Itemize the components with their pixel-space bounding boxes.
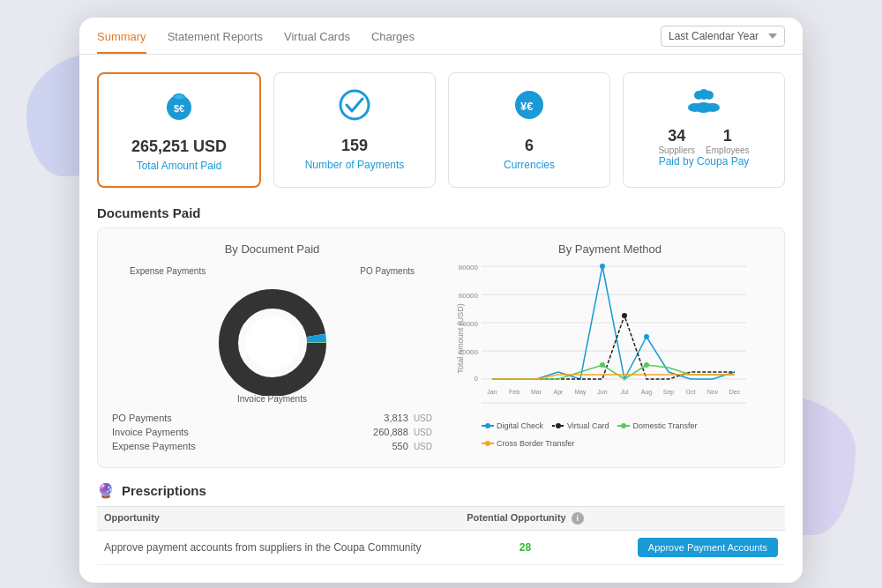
cross-border-label: Cross Border Transfer (497, 439, 575, 448)
charts-section: By Document Paid Expense Payments PO Pay… (97, 227, 785, 468)
presc-opportunity-text: Approve payment accounts from suppliers … (104, 541, 441, 554)
legend-virtual-card: Virtual Card (552, 421, 609, 430)
presc-potential-value: 28 (441, 541, 609, 554)
donut-chart-section: By Document Paid Expense Payments PO Pay… (112, 242, 432, 453)
svg-text:0: 0 (475, 375, 479, 383)
info-icon[interactable]: i (572, 512, 584, 525)
donut-container (112, 281, 432, 396)
legend-domestic-transfer: Domestic Transfer (617, 421, 697, 430)
y-axis-label: Total Amount (USD) (456, 303, 465, 374)
stats-row: $€ 265,251 USD Total Amount Paid 159 Num… (79, 55, 803, 197)
svg-text:Jan: Jan (487, 389, 497, 395)
invoice-legend-label: Invoice Payments (112, 427, 189, 437)
svg-point-4 (340, 91, 369, 119)
num-payments-value: 159 (341, 137, 368, 155)
expense-legend-value: 550 (392, 441, 407, 451)
po-legend-value: 3,813 (384, 413, 408, 423)
virtual-card-label: Virtual Card (567, 421, 609, 430)
svg-text:Sep: Sep (663, 389, 675, 396)
documents-paid-title: Documents Paid (79, 197, 803, 227)
prescriptions-section: 🔮 Prescriptions Opportunity Potential Op… (97, 482, 785, 565)
app-container: Summary Statement Reports Virtual Cards … (79, 18, 803, 583)
svg-point-28 (600, 264, 605, 269)
currencies-label: Currencies (504, 159, 555, 171)
line-chart-section: By Payment Method Total Amount (USD) (450, 242, 770, 453)
svg-point-32 (644, 362, 649, 368)
expense-payments-label: Expense Payments (130, 266, 206, 276)
digital-check-label: Digital Check (497, 421, 543, 430)
domestic-transfer-label: Domestic Transfer (632, 421, 697, 430)
svg-point-16 (246, 316, 299, 369)
tab-summary[interactable]: Summary (97, 18, 146, 54)
suppliers-value: 34 (668, 127, 685, 145)
svg-point-52 (485, 441, 490, 446)
tab-statement-reports[interactable]: Statement Reports (168, 18, 263, 54)
stat-num-payments[interactable]: 159 Number of Payments (273, 72, 436, 188)
po-payments-label: PO Payments (360, 266, 415, 276)
legend-table: PO Payments 3,813 USD Invoice Payments 2… (112, 411, 432, 453)
svg-text:Jul: Jul (621, 389, 629, 395)
donut-chart-title: By Document Paid (112, 242, 432, 256)
svg-text:Nov: Nov (707, 389, 719, 395)
prescriptions-icon: 🔮 (97, 482, 115, 499)
legend-cross-border: Cross Border Transfer (482, 439, 575, 448)
expense-legend-label: Expense Payments (112, 441, 196, 451)
currencies-icon: ¥€ (512, 87, 547, 130)
tabs-bar: Summary Statement Reports Virtual Cards … (79, 18, 803, 55)
svg-point-46 (485, 423, 490, 428)
svg-point-29 (644, 334, 649, 339)
svg-point-30 (622, 313, 627, 318)
svg-text:Dec: Dec (729, 389, 741, 395)
svg-point-2 (175, 95, 183, 100)
legend-digital-check: Digital Check (482, 421, 543, 430)
prescriptions-title: Prescriptions (122, 483, 206, 498)
svg-text:¥€: ¥€ (520, 100, 533, 113)
line-chart-title: By Payment Method (450, 242, 770, 256)
svg-text:$€: $€ (174, 103, 184, 114)
svg-text:Feb: Feb (509, 389, 519, 395)
coupa-pay-double: 34 Suppliers 1 Employees (658, 127, 749, 155)
svg-point-48 (556, 423, 561, 428)
approve-payment-accounts-button[interactable]: Approve Payment Accounts (638, 538, 778, 557)
svg-point-31 (600, 362, 605, 368)
opp-header: Opportunity (104, 512, 441, 525)
svg-text:Aug: Aug (641, 389, 653, 396)
presc-row-0: Approve payment accounts from suppliers … (97, 531, 785, 565)
svg-point-50 (621, 423, 626, 428)
total-amount-value: 265,251 USD (131, 138, 227, 156)
presc-table-header: Opportunity Potential Opportunity i (97, 507, 785, 531)
tab-charges[interactable]: Charges (371, 18, 415, 54)
svg-text:Jun: Jun (597, 389, 607, 395)
employees-label: Employees (706, 145, 749, 155)
act-header (609, 512, 778, 525)
coupa-pay-label: Paid by Coupa Pay (659, 155, 750, 167)
svg-point-12 (695, 102, 713, 113)
po-legend-currency: USD (414, 413, 432, 423)
svg-text:Mar: Mar (531, 389, 542, 395)
check-circle-icon (337, 87, 372, 130)
chart-legend: Digital Check Virtual Card Domestic Tran… (450, 421, 770, 448)
money-bag-icon: $€ (161, 88, 197, 130)
people-icon (686, 87, 721, 120)
stat-total-amount[interactable]: $€ 265,251 USD Total Amount Paid (97, 72, 261, 188)
svg-text:60000: 60000 (459, 292, 479, 300)
tab-actions: Last Calendar YearThis YearLast 6 Months… (661, 26, 785, 47)
prescriptions-table: Opportunity Potential Opportunity i Appr… (97, 506, 785, 565)
calendar-year-dropdown[interactable]: Last Calendar YearThis YearLast 6 Months… (661, 26, 785, 47)
stat-coupa-pay[interactable]: 34 Suppliers 1 Employees Paid by Coupa P… (623, 72, 785, 188)
presc-action-col: Approve Payment Accounts (609, 538, 778, 557)
invoice-legend-value: 260,888 (373, 427, 408, 437)
po-legend-label: PO Payments (112, 413, 172, 423)
expense-legend-currency: USD (414, 442, 432, 451)
pot-header: Potential Opportunity i (441, 512, 609, 525)
total-amount-label: Total Amount Paid (137, 160, 222, 172)
tab-virtual-cards[interactable]: Virtual Cards (284, 18, 350, 54)
num-payments-label: Number of Payments (305, 159, 405, 171)
svg-text:80000: 80000 (459, 264, 479, 272)
prescriptions-header: 🔮 Prescriptions (97, 482, 785, 499)
svg-point-9 (699, 89, 709, 100)
currencies-value: 6 (525, 137, 534, 155)
stat-currencies[interactable]: ¥€ 6 Currencies (448, 72, 610, 188)
svg-text:May: May (574, 389, 587, 396)
invoice-payments-label: Invoice Payments (237, 394, 307, 404)
